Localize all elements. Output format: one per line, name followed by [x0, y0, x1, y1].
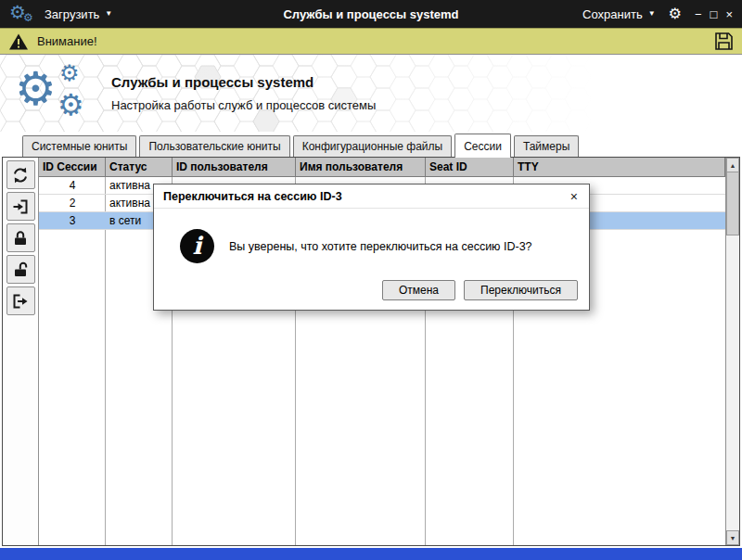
- lock-icon: [11, 229, 30, 248]
- window-controls: − □ ×: [695, 8, 733, 20]
- save-floppy-icon[interactable]: [714, 32, 734, 51]
- systemd-gears-icon: ⚙ ⚙ ⚙: [15, 60, 95, 127]
- switch-to-session-button[interactable]: [6, 192, 35, 221]
- warning-bar: Внимание!: [0, 28, 742, 55]
- tab-sessions[interactable]: Сессии: [454, 134, 511, 158]
- scroll-up-button[interactable]: ▲: [726, 158, 739, 172]
- chevron-down-icon: ▼: [648, 10, 656, 18]
- close-button[interactable]: ×: [725, 8, 733, 20]
- dialog-titlebar: Переключиться на сессию ID-3 ×: [154, 185, 589, 209]
- gear-icon: ⚙: [58, 90, 84, 120]
- tab-timers[interactable]: Таймеры: [514, 135, 579, 157]
- unlock-icon: [11, 261, 30, 279]
- enter-session-icon: [11, 197, 30, 216]
- scrollbar-thumb[interactable]: [726, 172, 739, 235]
- refresh-button[interactable]: [6, 160, 35, 189]
- exit-session-icon: [11, 292, 30, 311]
- column-header-user-name[interactable]: Имя пользователя: [296, 158, 426, 177]
- page-header: ⚙ ⚙ ⚙ Службы и процессы systemd Настройк…: [0, 55, 742, 132]
- app-window: ⚙ ⚙ Загрузить ▼ Службы и процессы system…: [0, 0, 742, 560]
- minimize-button[interactable]: −: [695, 8, 702, 20]
- column-header-tty[interactable]: TTY: [514, 158, 725, 177]
- cell-session-id: 4: [39, 177, 106, 195]
- lock-session-button[interactable]: [6, 223, 35, 252]
- table-header-row: ID Сессии Статус ID пользователя Имя пол…: [39, 158, 725, 177]
- chevron-down-icon: ▼: [105, 10, 112, 18]
- tab-config-files[interactable]: Конфигурационные файлы: [293, 135, 452, 157]
- dialog-close-button[interactable]: ×: [569, 190, 580, 203]
- load-menu-button[interactable]: Загрузить ▼: [45, 7, 112, 21]
- page-subtitle: Настройка работы служб и процессов систе…: [111, 98, 376, 112]
- settings-gear-icon[interactable]: ⚙: [669, 6, 682, 21]
- app-gears-icon: ⚙ ⚙: [9, 2, 35, 26]
- gear-icon: ⚙: [15, 66, 57, 112]
- scrollbar-track[interactable]: [726, 235, 739, 530]
- column-header-user-id[interactable]: ID пользователя: [173, 158, 296, 177]
- page-title: Службы и процессы systemd: [111, 74, 376, 90]
- titlebar: ⚙ ⚙ Загрузить ▼ Службы и процессы system…: [0, 0, 742, 28]
- dialog-buttons: Отмена Переключиться: [154, 280, 589, 310]
- dialog-title: Переключиться на сессию ID-3: [163, 190, 342, 203]
- load-menu-label: Загрузить: [45, 7, 99, 21]
- column-header-seat-id[interactable]: Seat ID: [426, 158, 514, 177]
- switch-session-dialog: Переключиться на сессию ID-3 × i Вы увер…: [153, 184, 590, 311]
- warning-triangle-icon: [8, 32, 29, 51]
- vertical-scrollbar[interactable]: ▲ ▼: [725, 158, 739, 545]
- dialog-message: Вы уверены, что хотите переключиться на …: [229, 240, 532, 253]
- tab-user-units[interactable]: Пользовательские юниты: [139, 135, 289, 157]
- refresh-icon: [11, 166, 30, 185]
- tab-system-units[interactable]: Системные юниты: [22, 135, 136, 157]
- column-header-status[interactable]: Статус: [106, 158, 173, 177]
- unlock-session-button[interactable]: [6, 255, 35, 284]
- cell-session-id: 2: [39, 195, 106, 212]
- save-menu-button[interactable]: Сохранить ▼: [582, 7, 656, 21]
- sessions-panel: ID Сессии Статус ID пользователя Имя пол…: [2, 157, 740, 546]
- gear-icon: ⚙: [23, 12, 33, 23]
- warning-label: Внимание!: [37, 34, 97, 48]
- session-toolbar: [3, 158, 38, 545]
- save-menu-label: Сохранить: [582, 7, 643, 21]
- info-icon: i: [180, 229, 214, 263]
- confirm-switch-button[interactable]: Переключиться: [464, 280, 578, 300]
- close-session-button[interactable]: [6, 286, 35, 315]
- maximize-button[interactable]: □: [710, 8, 718, 20]
- cell-session-id: 3: [39, 212, 106, 230]
- dialog-body: i Вы уверены, что хотите переключиться н…: [154, 209, 589, 280]
- cancel-button[interactable]: Отмена: [382, 280, 455, 300]
- gear-icon: ⚙: [59, 62, 80, 84]
- tab-bar: Системные юниты Пользовательские юниты К…: [0, 132, 742, 157]
- column-header-session-id[interactable]: ID Сессии: [39, 158, 106, 177]
- scroll-down-button[interactable]: ▼: [726, 530, 739, 545]
- footer-bar: [0, 548, 742, 560]
